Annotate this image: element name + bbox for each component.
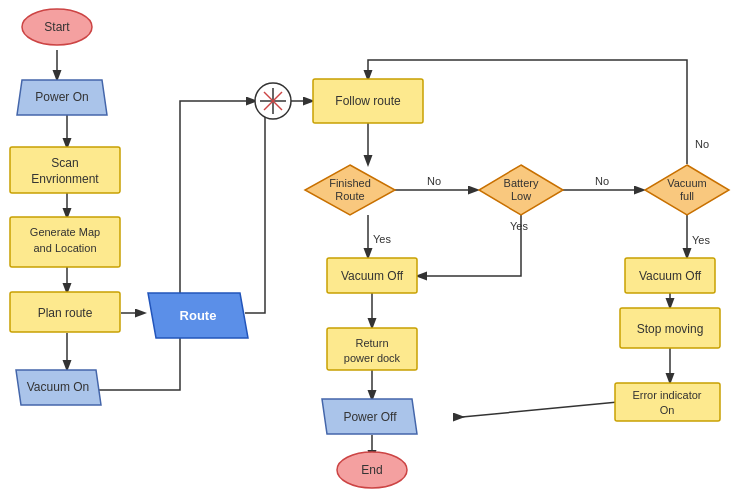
arrow-route-xor (245, 101, 265, 313)
followroute-label: Follow route (335, 94, 401, 108)
label-no3: No (695, 138, 709, 150)
batterylow-label1: Battery (504, 177, 539, 189)
label-yes1: Yes (373, 233, 391, 245)
finishedroute-label2: Route (335, 190, 364, 202)
label-yes2: Yes (510, 220, 528, 232)
returndock-label1: Return (355, 337, 388, 349)
genmap-label2: and Location (34, 242, 97, 254)
label-yes3: Yes (692, 234, 710, 246)
label-no2: No (595, 175, 609, 187)
vacuumon-label: Vacuum On (27, 380, 89, 394)
poweroff-label: Power Off (343, 410, 397, 424)
end-label: End (361, 463, 382, 477)
arrow-battery-vacoff1 (418, 215, 521, 276)
vacuumfull-label1: Vacuum (667, 177, 707, 189)
arrow-error-poweroff (462, 402, 618, 417)
vacuumoff2-label: Vacuum Off (639, 269, 702, 283)
route-label: Route (180, 308, 217, 323)
finishedroute-label1: Finished (329, 177, 371, 189)
planroute-label: Plan route (38, 306, 93, 320)
vacuumoff1-label: Vacuum Off (341, 269, 404, 283)
scan-label1: Scan (51, 156, 78, 170)
batterylow-label2: Low (511, 190, 531, 202)
returndock-label2: power dock (344, 352, 401, 364)
scan-label2: Envrionment (31, 172, 99, 186)
poweron-label: Power On (35, 90, 88, 104)
errorindicator-label2: On (660, 404, 675, 416)
errorindicator-label1: Error indicator (632, 389, 701, 401)
start-label: Start (44, 20, 70, 34)
genmap-label1: Generate Map (30, 226, 100, 238)
vacuumfull-label2: full (680, 190, 694, 202)
scan-node (10, 147, 120, 193)
stopmoving-label: Stop moving (637, 322, 704, 336)
label-no1: No (427, 175, 441, 187)
